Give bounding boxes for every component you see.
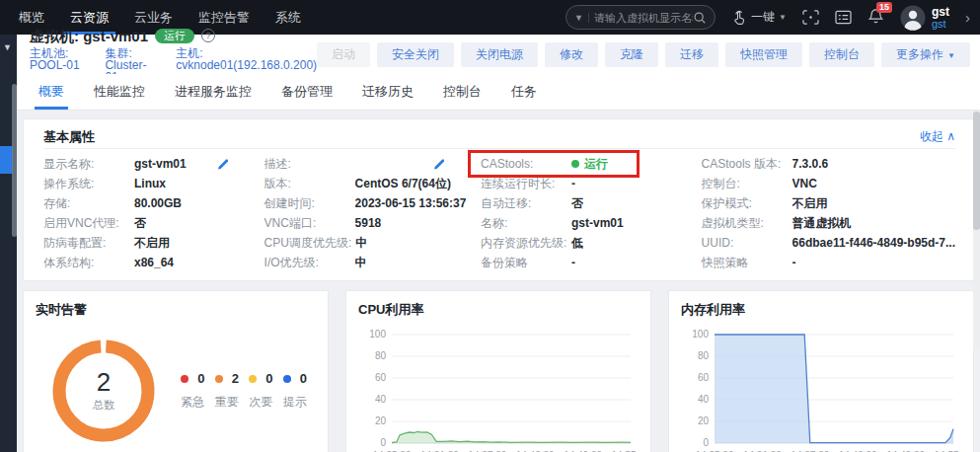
overview-scroll-area: 基本属性 收起 ∧ 显示名称: gst-vm01 [17, 111, 980, 452]
page-title: 虚拟机: gst-vm01 [30, 29, 148, 43]
svg-text:0: 0 [380, 437, 386, 448]
field-snapshot-policy: 快照策略- [702, 253, 955, 272]
tab-performance-monitor[interactable]: 性能监控 [94, 74, 145, 110]
legend-dot [249, 375, 257, 383]
svg-text:20: 20 [698, 415, 710, 426]
sidebar-collapsed[interactable]: ▼ [0, 35, 17, 452]
svg-text:0: 0 [703, 437, 709, 448]
basic-properties-panel: 基本属性 收起 ∧ 显示名称: gst-vm01 [23, 118, 974, 281]
console-button[interactable]: 控制台 [809, 42, 874, 67]
chevron-right-icon[interactable]: › [965, 9, 972, 26]
user-name-block: gst gst [932, 6, 949, 30]
tab-overview[interactable]: 概要 [38, 74, 64, 110]
svg-text:100: 100 [692, 329, 709, 339]
field-castools-version: CAStools 版本:7.3.0.6 [702, 154, 955, 174]
task-list-icon [835, 10, 852, 25]
clone-button[interactable]: 克隆 [605, 42, 658, 67]
snapshot-manage-button[interactable]: 快照管理 [725, 42, 802, 67]
content-area: 虚拟机: gst-vm01 运行 ? 主机池: POOL-01 集群: Clus… [17, 35, 980, 452]
tab-migration-history[interactable]: 迁移历史 [362, 74, 414, 110]
alarm-total-label: 总数 [93, 398, 114, 413]
memory-usage-chart: 02040608010014:25:3014:31:3014:37:3014:4… [681, 325, 962, 452]
one-click-menu[interactable]: 一键 ▼ [731, 9, 787, 26]
content-scrollbar[interactable] [973, 112, 980, 348]
user-menu[interactable]: gst gst [900, 5, 949, 31]
field-vnc-proxy: 启用VNC代理:否 [43, 213, 255, 233]
alarm-total: 2 [97, 369, 111, 395]
field-io-priority: I/O优先级:中 [264, 253, 471, 272]
realtime-alarm-card: 实时告警 2 总数 [23, 290, 329, 452]
properties-col-3: CAStools: 运行 连续运行时长:- 自动迁移:否 名称:gst-vm01… [481, 154, 692, 272]
fullscreen-icon [802, 10, 819, 25]
edit-icon[interactable] [216, 158, 229, 171]
legend-dot [215, 375, 223, 383]
field-name: 名称:gst-vm01 [481, 213, 692, 233]
card-title: 实时告警 [36, 301, 316, 319]
field-uuid: UUID:66dbae11-f446-4849-b95d-7... [702, 233, 955, 253]
field-mem-priority: 内存资源优先级:低 [481, 233, 692, 253]
cpu-usage-chart: 02040608010014:25:3014:31:3014:37:3014:4… [358, 325, 640, 452]
modify-button[interactable]: 修改 [545, 42, 598, 67]
field-description: 描述: [264, 154, 471, 174]
field-cpu-priority: CPU调度优先级:中 [264, 233, 471, 253]
safe-shutdown-button[interactable]: 安全关闭 [377, 42, 454, 67]
vm-action-toolbar: 启动 安全关闭 关闭电源 修改 克隆 迁移 快照管理 控制台 更多操作▼ [317, 42, 970, 67]
content-scrollbar-thumb[interactable] [973, 112, 980, 230]
properties-col-2: 描述: 版本:CentOS 6/7(64位) 创建时间:2023-06-15 1… [264, 154, 471, 272]
legend-info: 0 提示 [283, 371, 307, 411]
svg-text:60: 60 [375, 372, 387, 383]
task-list-button[interactable] [835, 10, 852, 25]
field-architecture: 体系结构:x86_64 [43, 253, 255, 272]
field-created-time: 创建时间:2023-06-15 13:56:37 [264, 193, 471, 213]
field-protect-mode: 保护模式:不启用 [702, 193, 955, 213]
svg-text:40: 40 [698, 394, 710, 405]
field-console-type: 控制台:VNC [702, 174, 955, 193]
overview-cards: 实时告警 2 总数 [23, 290, 974, 452]
user-subname: gst [932, 18, 949, 30]
one-click-label: 一键 [751, 9, 775, 26]
hand-pointer-icon [731, 10, 747, 26]
card-title: CPU利用率 [358, 301, 639, 319]
search-input[interactable] [594, 12, 693, 24]
properties-grid: 显示名称: gst-vm01 操作系统:Linux 存储:80.00GB 启用V… [43, 154, 955, 272]
status-dot [571, 160, 579, 168]
svg-text:100: 100 [369, 329, 386, 339]
tab-process-service-monitor[interactable]: 进程服务监控 [175, 74, 252, 110]
alarm-donut-chart: 2 总数 [45, 333, 162, 449]
start-button[interactable]: 启动 [317, 42, 370, 67]
tab-tasks[interactable]: 任务 [511, 74, 537, 110]
more-actions-button[interactable]: 更多操作▼ [881, 42, 970, 67]
card-title: 内存利用率 [681, 301, 961, 319]
avatar [900, 5, 926, 31]
fullscreen-button[interactable] [802, 10, 819, 25]
field-backup-policy: 备份策略- [481, 253, 692, 272]
field-antivirus: 防病毒配置:不启用 [43, 233, 255, 253]
chevron-down-icon: ▼ [779, 13, 787, 22]
vm-title-bar: 虚拟机: gst-vm01 运行 ? 主机池: POOL-01 集群: Clus… [17, 35, 980, 74]
legend-minor: 0 次要 [249, 371, 272, 411]
svg-text:80: 80 [698, 350, 710, 361]
tab-backup-management[interactable]: 备份管理 [281, 74, 333, 110]
field-castools-status: CAStools: 运行 [481, 154, 692, 174]
properties-col-4: CAStools 版本:7.3.0.6 控制台:VNC 保护模式:不启用 虚拟机… [702, 154, 955, 272]
svg-text:80: 80 [375, 350, 387, 361]
power-off-button[interactable]: 关闭电源 [461, 42, 538, 67]
edit-icon[interactable] [432, 158, 445, 171]
field-os: 操作系统:Linux [43, 174, 255, 193]
collapse-link[interactable]: 收起 ∧ [920, 128, 955, 145]
search-category-dropdown-icon[interactable]: ▼ [572, 13, 589, 23]
main-area: ▼ 虚拟机: gst-vm01 运行 ? 主机池: POOL-01 集群: Cl… [0, 35, 980, 452]
notification-badge: 15 [876, 2, 892, 13]
notifications-button[interactable]: 15 [867, 8, 884, 28]
vm-search-box[interactable]: ▼ [565, 5, 716, 30]
user-name: gst [932, 6, 949, 18]
tab-console[interactable]: 控制台 [443, 74, 482, 110]
migrate-button[interactable]: 迁移 [665, 42, 718, 67]
search-icon[interactable] [693, 11, 707, 25]
field-uptime: 连续运行时长:- [481, 174, 692, 193]
field-vnc-port: VNC端口:5918 [264, 213, 471, 233]
sidebar-caret-icon[interactable]: ▼ [3, 42, 12, 52]
alarm-legend: 0 紧急 2 重要 0 次要 [176, 371, 312, 411]
legend-critical: 0 紧急 [181, 371, 204, 411]
help-icon[interactable]: ? [201, 29, 215, 42]
